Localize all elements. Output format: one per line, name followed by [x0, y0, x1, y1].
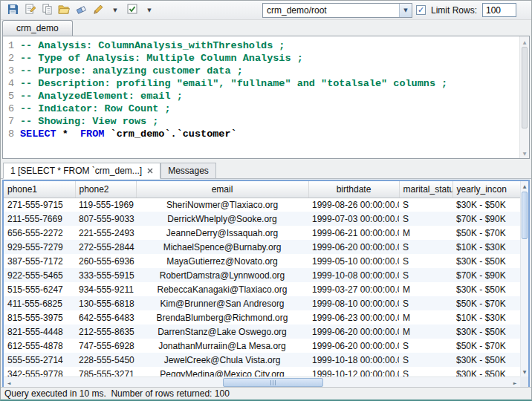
table-cell: 821-555-4448	[4, 325, 75, 339]
execute-button[interactable]	[125, 3, 140, 18]
sql-editor-content[interactable]: 1-- Analysis: ColumnAnalysis_withThresho…	[7, 39, 518, 156]
clear-editor-button[interactable]	[74, 3, 88, 18]
table-cell: 1999-10-08 00:00:00.000	[308, 268, 399, 282]
table-cell: 130-555-6818	[75, 296, 136, 310]
column-header-marital_status[interactable]: marital_status	[399, 181, 452, 198]
table-row[interactable]: 929-555-7279272-555-2844MichaelSpence@Bu…	[4, 240, 520, 254]
line-number: 4	[7, 77, 14, 90]
table-cell: S	[399, 240, 452, 254]
table-row[interactable]: 411-555-6825130-555-6818Kim@Brunner@San …	[4, 296, 520, 310]
table-row[interactable]: 656-555-2272221-555-2493JeanneDerry@Issa…	[4, 226, 520, 240]
table-cell: 228-555-5450	[75, 353, 136, 367]
column-header-phone1[interactable]: phone1	[4, 181, 75, 198]
execute-options-button[interactable]: ▼	[142, 3, 157, 18]
horizontal-scrollbar-thumb[interactable]	[223, 378, 323, 387]
horizontal-scrollbar[interactable]: ◄ ►	[4, 376, 520, 388]
table-cell: 807-555-9033	[75, 212, 136, 226]
table-cell: JewelCreek@Chula Vista.org	[136, 353, 308, 367]
connection-dropdown-button[interactable]: ▼	[399, 4, 412, 17]
editor-line: 3-- Purpose: analyzing customer data ;	[7, 65, 518, 77]
table-cell: M	[399, 325, 452, 339]
table-row[interactable]: 211-555-7669807-555-9033DerrickWhelply@S…	[4, 212, 520, 226]
sql-token-comment: -- AnalyzedElement: email ;	[20, 91, 183, 102]
table-row[interactable]: 922-555-5465333-555-5915RobertDamstra@Ly…	[4, 268, 520, 282]
results-table[interactable]: phone1phone2emailbirthdatemarital_status…	[4, 181, 520, 376]
table-row[interactable]: 555-555-2714228-555-5450JewelCreek@Chula…	[4, 353, 520, 367]
results-table-container: phone1phone2emailbirthdatemarital_status…	[2, 180, 530, 389]
table-cell: 333-555-5915	[75, 268, 136, 282]
editor-scrollbar-thumb[interactable]	[522, 47, 528, 128]
table-cell: DarrenStanz@Lake Oswego.org	[136, 325, 308, 339]
open-folder-icon	[58, 4, 70, 17]
result-tab-messages[interactable]: Messages	[160, 163, 216, 179]
table-row[interactable]: 821-555-4448212-555-8635DarrenStanz@Lake…	[4, 325, 520, 339]
connection-select[interactable]: crm_demo/root ▼	[262, 3, 412, 18]
table-cell: 1999-06-20 00:00:00.000	[308, 240, 399, 254]
vertical-scrollbar[interactable]: ▲ ▼	[520, 181, 528, 376]
table-cell: $30K - $50K	[452, 353, 520, 367]
table-row[interactable]: 271-555-9715119-555-1969SheriNowmer@Tlax…	[4, 198, 520, 212]
table-cell: 642-555-6483	[75, 310, 136, 325]
limit-rows-label: Limit Rows:	[431, 5, 477, 16]
table-row[interactable]: 387-555-7172260-555-6936MayaGutierrez@No…	[4, 254, 520, 268]
editor-line: 7-- Showing: View rows ;	[7, 115, 518, 128]
editor-tab-crm-demo[interactable]: crm_demo	[2, 20, 73, 36]
result-tab-messages-label: Messages	[168, 166, 209, 176]
column-header-birthdate[interactable]: birthdate	[308, 181, 399, 198]
column-header-yearly_incon[interactable]: yearly_incon	[452, 181, 520, 198]
column-header-email[interactable]: email	[136, 181, 308, 198]
table-cell: $50K - $70K	[452, 339, 520, 353]
table-cell: 1999-08-10 00:00:00.000	[308, 296, 399, 310]
table-cell: $70K - $90K	[452, 212, 520, 226]
result-tab-query[interactable]: 1 [SELECT * FROM `crm_dem...]	[3, 163, 160, 179]
vertical-scrollbar-thumb[interactable]	[522, 192, 528, 239]
scroll-up-icon[interactable]: ▲	[521, 181, 528, 191]
close-icon[interactable]	[147, 168, 153, 174]
scroll-up-icon[interactable]: ▲	[520, 37, 529, 46]
scroll-left-icon[interactable]: ◄	[4, 377, 14, 388]
table-row[interactable]: 815-555-3975642-555-6483BrendaBlumberg@R…	[4, 310, 520, 325]
editor-scrollbar[interactable]: ▲ ▼	[519, 36, 529, 158]
table-row[interactable]: 612-555-4878747-555-6928JonathanMurraiin…	[4, 339, 520, 353]
scroll-down-icon[interactable]: ▼	[521, 367, 528, 376]
table-row[interactable]: 515-555-6247934-555-9211RebeccaKanagaki@…	[4, 282, 520, 296]
scroll-right-icon[interactable]: ►	[510, 377, 520, 388]
edit-button[interactable]	[91, 3, 106, 18]
table-cell: 260-555-6936	[75, 254, 136, 268]
table-cell: 1999-05-10 00:00:00.000	[308, 254, 399, 268]
copy-button[interactable]	[39, 3, 54, 18]
sql-token-comment: -- Description: profiling "email", "full…	[20, 78, 447, 89]
save-as-button[interactable]	[22, 3, 37, 18]
sql-token-comment: -- Type of Analysis: Multiple Column Ana…	[20, 53, 303, 64]
open-file-button[interactable]	[56, 3, 71, 18]
table-header-row: phone1phone2emailbirthdatemarital_status…	[4, 181, 520, 198]
table-cell: 815-555-3975	[4, 310, 75, 325]
limit-rows-input[interactable]	[482, 3, 516, 17]
table-cell: S	[399, 339, 452, 353]
table-cell: 342-555-9778	[4, 367, 75, 376]
line-number: 1	[7, 39, 14, 52]
table-cell: 785-555-3271	[75, 367, 136, 376]
scroll-down-icon[interactable]: ▼	[520, 149, 529, 157]
table-cell: S	[399, 198, 452, 212]
table-cell: S	[399, 268, 452, 282]
line-number: 3	[7, 65, 14, 77]
table-cell: JeanneDerry@Issaquah.org	[136, 226, 308, 240]
editor-options-button[interactable]: ▼	[108, 3, 123, 18]
table-cell: DerrickWhelply@Sooke.org	[136, 212, 308, 226]
table-cell: 656-555-2272	[4, 226, 75, 240]
column-header-phone2[interactable]: phone2	[75, 181, 136, 198]
status-bar: Query executed in 10 ms. Number of rows …	[1, 387, 531, 400]
limit-rows-checkbox[interactable]: ✓	[416, 5, 426, 15]
editor-line: 1-- Analysis: ColumnAnalysis_withThresho…	[7, 39, 518, 52]
sql-editor[interactable]: 1-- Analysis: ColumnAnalysis_withThresho…	[2, 36, 530, 159]
table-cell: S	[399, 353, 452, 367]
save-button[interactable]	[5, 3, 20, 18]
editor-tab-label: crm_demo	[16, 23, 59, 33]
save-icon	[7, 4, 19, 17]
table-row[interactable]: 342-555-9778785-555-3271PeggyMedina@Mexi…	[4, 367, 520, 376]
table-cell: SheriNowmer@Tlaxiaco.org	[136, 198, 308, 212]
table-cell: 922-555-5465	[4, 268, 75, 282]
table-cell: S	[399, 296, 452, 310]
table-cell: $50K - $70K	[452, 296, 520, 310]
